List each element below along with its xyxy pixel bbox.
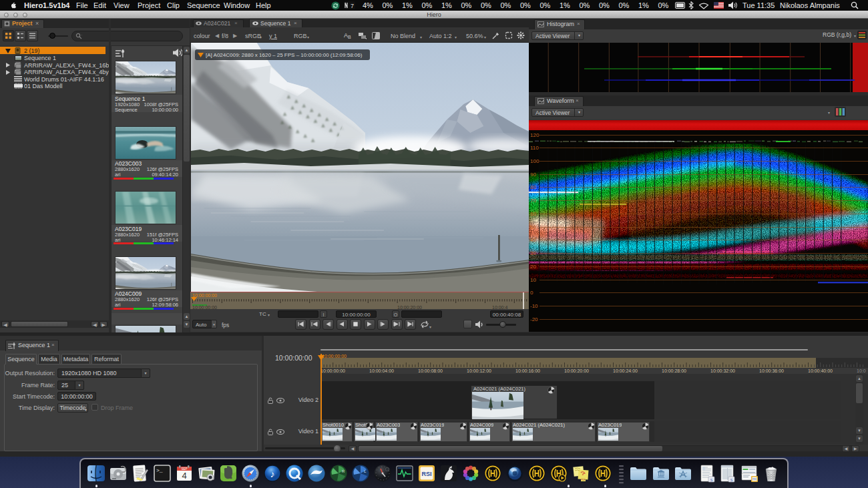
svg-text:-20: -20 — [530, 316, 538, 322]
svg-text:R: R — [342, 469, 345, 473]
svg-text:4: 4 — [182, 471, 186, 481]
svg-text:60: 60 — [530, 211, 536, 217]
svg-text:RSI: RSI — [752, 478, 756, 481]
svg-text:40: 40 — [530, 237, 536, 243]
svg-text:-10: -10 — [530, 303, 538, 309]
svg-text:80: 80 — [530, 184, 536, 190]
svg-text:S: S — [710, 478, 713, 482]
svg-text:RSI: RSI — [421, 471, 431, 477]
svg-text:SEP: SEP — [181, 467, 187, 471]
svg-text:90: 90 — [530, 172, 536, 178]
svg-text:110: 110 — [530, 145, 539, 151]
svg-text:20: 20 — [530, 264, 536, 270]
svg-text:10: 10 — [530, 277, 536, 283]
svg-text:♪: ♪ — [270, 469, 275, 479]
svg-text:30: 30 — [530, 250, 536, 256]
svg-text:S: S — [730, 478, 733, 482]
svg-text:120: 120 — [530, 132, 539, 138]
svg-text:50: 50 — [530, 224, 536, 230]
svg-text:PDF: PDF — [581, 479, 586, 481]
svg-text:70: 70 — [530, 198, 536, 204]
svg-text:100: 100 — [530, 158, 539, 164]
svg-text:>_: >_ — [156, 467, 163, 473]
svg-text:7: 7 — [351, 3, 354, 9]
svg-text:0: 0 — [530, 290, 533, 296]
